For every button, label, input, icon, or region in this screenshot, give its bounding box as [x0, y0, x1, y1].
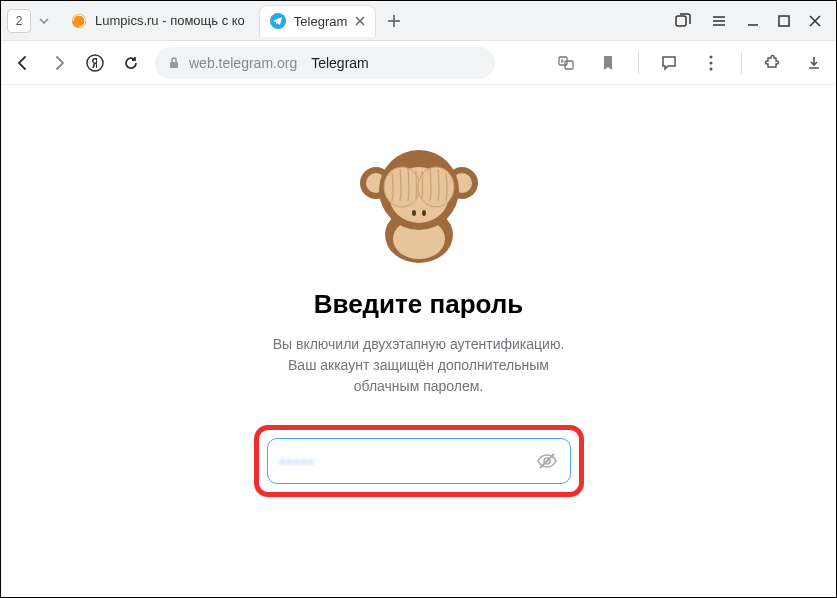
svg-point-22 [418, 167, 454, 207]
minimize-icon[interactable] [746, 14, 760, 28]
svg-rect-5 [170, 62, 178, 68]
reload-icon[interactable] [119, 51, 143, 75]
tab-title: Lumpics.ru - помощь с ко [95, 13, 245, 28]
toolbar: web.telegram.org Telegram [1, 41, 836, 85]
auth-sub-line: облачным паролем. [273, 376, 565, 397]
translate-icon[interactable] [554, 51, 578, 75]
auth-heading: Введите пароль [314, 289, 524, 320]
bookmark-icon[interactable] [596, 51, 620, 75]
svg-point-21 [384, 167, 420, 207]
svg-rect-2 [676, 16, 686, 26]
kebab-icon[interactable] [699, 51, 723, 75]
svg-point-19 [412, 210, 416, 216]
annotation-highlight [254, 425, 584, 497]
maximize-icon[interactable] [778, 15, 790, 27]
back-icon[interactable] [11, 51, 35, 75]
password-input[interactable] [280, 453, 528, 470]
auth-sub-line: Ваш аккаунт защищён дополнительным [273, 355, 565, 376]
collections-icon[interactable] [674, 12, 692, 30]
lumpics-favicon-icon [71, 13, 87, 29]
password-field[interactable] [267, 438, 571, 484]
close-tab-icon[interactable] [355, 16, 365, 26]
chevron-down-icon[interactable] [39, 16, 49, 26]
svg-point-10 [710, 67, 713, 70]
address-domain: web.telegram.org [189, 55, 297, 71]
separator [638, 52, 639, 74]
page-content: Введите пароль Вы включили двухэтапную а… [1, 85, 836, 597]
browser-window: 2 Lumpics.ru - помощь с ко Telegram [1, 1, 836, 597]
svg-point-9 [710, 61, 713, 64]
tab-counter[interactable]: 2 [7, 9, 31, 33]
menu-icon[interactable] [710, 12, 728, 30]
separator [741, 52, 742, 74]
tab-lumpics[interactable]: Lumpics.ru - помощь с ко [61, 5, 255, 37]
extensions-icon[interactable] [760, 51, 784, 75]
close-window-icon[interactable] [808, 14, 822, 28]
forward-icon[interactable] [47, 51, 71, 75]
svg-point-8 [710, 55, 713, 58]
yandex-icon[interactable] [83, 51, 107, 75]
new-tab-button[interactable] [380, 7, 408, 35]
telegram-favicon-icon [270, 13, 286, 29]
auth-subtitle: Вы включили двухэтапную аутентификацию. … [273, 334, 565, 397]
downloads-icon[interactable] [802, 51, 826, 75]
lock-icon [167, 56, 181, 70]
toolbar-right [554, 51, 826, 75]
feedback-icon[interactable] [657, 51, 681, 75]
window-controls [674, 12, 830, 30]
svg-point-0 [72, 14, 86, 28]
address-page-title: Telegram [311, 55, 369, 71]
address-bar[interactable]: web.telegram.org Telegram [155, 47, 495, 79]
tab-title: Telegram [294, 14, 347, 29]
svg-rect-3 [779, 16, 789, 26]
tab-telegram[interactable]: Telegram [259, 5, 376, 37]
titlebar: 2 Lumpics.ru - помощь с ко Telegram [1, 1, 836, 41]
monkey-see-no-evil-icon [354, 135, 484, 265]
visibility-off-icon[interactable] [536, 450, 558, 472]
auth-sub-line: Вы включили двухэтапную аутентификацию. [273, 334, 565, 355]
auth-panel: Введите пароль Вы включили двухэтапную а… [229, 135, 609, 597]
svg-point-20 [422, 210, 426, 216]
